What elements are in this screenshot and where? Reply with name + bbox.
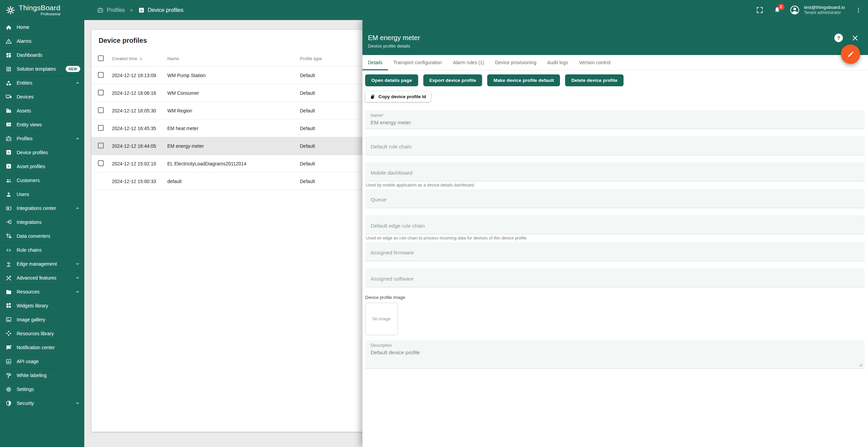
sidebar-item[interactable]: Customers xyxy=(0,173,84,187)
sidebar-item[interactable]: Data converters xyxy=(0,229,84,243)
sidebar-item-label: Security xyxy=(17,400,34,406)
column-header-name[interactable]: Name xyxy=(167,56,300,61)
tab[interactable]: Alarm rules (1) xyxy=(447,55,490,70)
sidebar-item[interactable]: Devices xyxy=(0,90,84,104)
kebab-menu-icon[interactable] xyxy=(855,7,862,14)
sidebar-item[interactable]: Integrations center xyxy=(0,201,84,215)
tab[interactable]: Device provisioning xyxy=(490,55,542,70)
form-field[interactable]: Assigned software xyxy=(365,268,865,287)
user-menu[interactable]: test@thingsboard.io Tenant administrator xyxy=(804,5,845,16)
sidebar-item[interactable]: Integrations xyxy=(0,215,84,229)
sidebar-item[interactable]: Entities xyxy=(0,76,84,90)
breadcrumb-profiles[interactable]: Profiles xyxy=(97,7,125,14)
form-field[interactable]: Name* EM energy meter xyxy=(365,110,865,129)
sidebar-item[interactable]: D Device profiles xyxy=(0,145,84,159)
row-checkbox[interactable] xyxy=(98,72,104,78)
sidebar-item-icon xyxy=(5,80,12,86)
sidebar-item[interactable]: Widgets library xyxy=(0,299,84,312)
sidebar-item[interactable]: White labeling xyxy=(0,368,84,382)
row-checkbox[interactable] xyxy=(98,107,104,113)
sidebar-item[interactable]: Resources xyxy=(0,285,84,299)
device-profile-details-drawer: EM energy meter Device profile details ?… xyxy=(362,20,868,447)
sidebar-item[interactable]: Edge management xyxy=(0,257,84,271)
form-field[interactable]: Mobile dashboard xyxy=(365,162,865,181)
sidebar-item-label: Image gallery xyxy=(17,317,45,322)
drawer-action-button[interactable]: Export device profile xyxy=(423,74,482,86)
sidebar-item[interactable]: Rule chains xyxy=(0,243,84,257)
form-field-group: Assigned firmware xyxy=(365,242,865,261)
sidebar-item-label: Data converters xyxy=(17,233,50,239)
edit-fab-button[interactable] xyxy=(841,44,860,64)
breadcrumb-device-profiles[interactable]: D Device profiles xyxy=(138,7,184,14)
sidebar-item[interactable]: Advanced features xyxy=(0,271,84,285)
cell-name: WM Region xyxy=(167,108,300,113)
select-all-checkbox[interactable] xyxy=(98,55,104,61)
form-field-group: Default edge rule chain Used on edge as … xyxy=(365,215,865,240)
fullscreen-button[interactable] xyxy=(756,6,764,14)
form-field[interactable]: Default edge rule chain xyxy=(365,215,865,234)
description-field[interactable]: Description Default device profile xyxy=(365,340,865,369)
drawer-action-button[interactable]: Delete device profile xyxy=(565,74,624,86)
sidebar-item[interactable]: A Asset profiles xyxy=(0,159,84,173)
cell-name: EM energy meter xyxy=(167,143,300,149)
sidebar-item[interactable]: Notification center xyxy=(0,340,84,354)
sidebar-item[interactable]: Solution templates NEW xyxy=(0,62,84,76)
device-profile-image-label: Device profile image xyxy=(365,295,865,300)
sidebar-item-label: Home xyxy=(17,24,29,30)
copy-device-profile-id-button[interactable]: Copy device profile Id xyxy=(365,91,431,102)
tab[interactable]: Transport configuration xyxy=(388,55,447,70)
field-placeholder: Default rule chain xyxy=(371,139,859,154)
thingsboard-logo[interactable]: ThingsBoard Professional xyxy=(0,0,84,20)
sidebar-item[interactable]: Alarms xyxy=(0,34,84,48)
help-button[interactable]: ? xyxy=(834,34,843,42)
cell-created-time: 2024-12-12 16:45:35 xyxy=(112,126,167,131)
sidebar-item-icon xyxy=(5,330,12,337)
field-label: Name* xyxy=(371,113,859,118)
tab[interactable]: Audit logs xyxy=(542,55,573,70)
row-checkbox[interactable] xyxy=(98,160,104,166)
resize-handle-icon[interactable] xyxy=(858,363,863,367)
svg-text:A: A xyxy=(7,165,10,168)
form-field[interactable]: Assigned firmware xyxy=(365,242,865,261)
cell-name: default xyxy=(167,179,300,184)
form-field[interactable]: Default rule chain xyxy=(365,136,865,155)
row-checkbox[interactable] xyxy=(98,90,104,95)
notifications-button[interactable]: 2 xyxy=(773,6,781,14)
device-profile-image-dropzone[interactable]: No image xyxy=(365,303,398,335)
sidebar-item-icon xyxy=(5,136,12,142)
drawer-action-button[interactable]: Make device profile default xyxy=(487,74,560,86)
sidebar-item-icon xyxy=(5,219,12,225)
cell-name: WM Pump Station xyxy=(167,73,300,78)
close-icon[interactable] xyxy=(851,34,859,42)
description-value: Default device profile xyxy=(371,350,859,356)
row-checkbox[interactable] xyxy=(98,125,104,131)
sidebar-item-icon xyxy=(5,400,12,407)
sidebar-item[interactable]: Dashboards xyxy=(0,48,84,62)
sidebar-item[interactable]: Assets xyxy=(0,104,84,118)
sidebar-item[interactable]: Security xyxy=(0,396,84,410)
drawer-action-button[interactable]: Open details page xyxy=(365,74,418,86)
sidebar-item[interactable]: Profiles xyxy=(0,131,84,145)
tab[interactable]: Details xyxy=(362,55,388,70)
sidebar-item[interactable]: Resources library xyxy=(0,326,84,340)
sidebar-item[interactable]: Settings xyxy=(0,382,84,396)
row-checkbox[interactable] xyxy=(98,143,104,148)
sidebar-item[interactable]: Entity views xyxy=(0,118,84,131)
drawer-actions: Open details pageExport device profileMa… xyxy=(365,74,865,86)
thingsboard-logo-icon xyxy=(5,5,16,15)
sidebar-item[interactable]: API usage xyxy=(0,354,84,368)
drawer-tabs: DetailsTransport configurationAlarm rule… xyxy=(362,55,868,70)
sidebar-item[interactable]: Users xyxy=(0,187,84,201)
column-header-created-time[interactable]: Created time xyxy=(112,56,167,61)
form-field[interactable]: Queue xyxy=(365,189,865,208)
sidebar-item-icon xyxy=(5,177,12,184)
sidebar-item[interactable]: Home xyxy=(0,20,84,34)
sidebar-item-label: Profiles xyxy=(17,136,33,141)
sidebar-item-icon xyxy=(5,247,12,253)
avatar[interactable] xyxy=(789,5,800,15)
field-placeholder: Assigned software xyxy=(371,271,859,286)
tab[interactable]: Version control xyxy=(574,55,616,70)
top-bar: ThingsBoard Professional Profiles > D De… xyxy=(0,0,868,20)
sidebar-item[interactable]: Image gallery xyxy=(0,312,84,326)
chevron-icon xyxy=(75,400,80,406)
